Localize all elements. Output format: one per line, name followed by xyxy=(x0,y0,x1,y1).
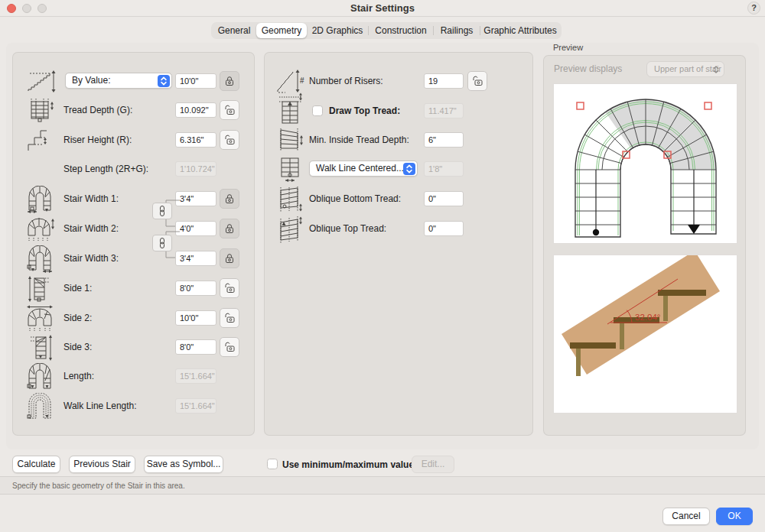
window-title: Stair Settings xyxy=(0,2,765,14)
oblique-top-tread-icon xyxy=(275,216,308,243)
stair-width-3-icon xyxy=(25,245,59,273)
field-row-min-inside-tread-depth: Min. Inside Tread Depth: 6" xyxy=(265,126,532,154)
field-row-riser-height: Riser Height (R): 6.316" xyxy=(13,126,254,154)
lock-open-icon xyxy=(223,104,236,116)
stair-width-1-label: Stair Width 1: xyxy=(63,185,119,212)
stair-width-2-label: Stair Width 2: xyxy=(63,215,119,242)
height-value-field[interactable]: 10'0" xyxy=(175,73,216,89)
walk-line-direction-arrow xyxy=(688,225,700,234)
tread-depth-lock-button[interactable] xyxy=(220,100,239,120)
previous-stair-button[interactable]: Previous Stair xyxy=(69,456,135,473)
save-as-symbol-button[interactable]: Save as Symbol... xyxy=(144,456,223,473)
stair-section-drawing: 32.04° xyxy=(554,255,737,413)
calculate-button[interactable]: Calculate xyxy=(12,456,60,473)
status-bar: Specify the basic geometry of the Stair … xyxy=(0,476,765,495)
cancel-button[interactable]: Cancel xyxy=(662,508,710,525)
number-of-risers-lock-button[interactable] xyxy=(467,71,487,91)
oblique-bottom-tread-field[interactable]: 0" xyxy=(424,191,464,206)
draw-top-tread-checkbox[interactable] xyxy=(312,105,323,116)
tab-graphic-attributes[interactable]: Graphic Attributes xyxy=(480,23,560,38)
preview-displays-label: Preview displays xyxy=(554,63,622,74)
field-row-stair-width-3: Stair Width 3: 3'4" xyxy=(13,245,254,272)
tab-general[interactable]: General xyxy=(212,23,256,38)
riser-height-icon xyxy=(25,127,59,153)
stair-width-1-field[interactable]: 3'4" xyxy=(175,191,216,206)
use-minmax-label: Use minimum/maximum values xyxy=(282,459,419,470)
min-inside-tread-depth-label: Min. Inside Tread Depth: xyxy=(309,126,409,154)
stair-width-3-label: Stair Width 3: xyxy=(63,245,119,272)
riser-height-lock-button[interactable] xyxy=(220,130,239,150)
field-row-side-3: Side 3: 8'0" xyxy=(13,333,254,361)
side-3-field[interactable]: 8'0" xyxy=(175,339,216,355)
min-inside-tread-depth-field[interactable]: 6" xyxy=(424,132,464,148)
draw-top-tread-label: Draw Top Tread: xyxy=(329,97,400,125)
oblique-top-tread-label: Oblique Top Tread: xyxy=(309,215,386,242)
stair-width-2-field[interactable]: 4'0" xyxy=(175,221,216,236)
field-row-oblique-bottom-tread: Oblique Bottom Tread: 0" xyxy=(265,185,532,212)
side-1-label: Side 1: xyxy=(63,274,92,302)
step-length-label: Step Length (2R+G): xyxy=(63,155,148,183)
side-2-field[interactable]: 10'0" xyxy=(175,310,216,326)
lock-open-icon xyxy=(471,75,483,87)
height-mode-popup-value: By Value: xyxy=(72,75,110,86)
number-of-risers-field[interactable]: 19 xyxy=(424,73,464,89)
help-button[interactable]: ? xyxy=(747,2,760,15)
popup-chevrons-icon xyxy=(158,75,170,87)
settings-tabbar: General Geometry 2D Graphics Constructio… xyxy=(211,22,562,39)
lock-open-icon xyxy=(223,282,236,294)
slope-angle-value: 32.04° xyxy=(635,313,660,322)
lock-closed-icon xyxy=(223,252,236,264)
walk-line-position-popup[interactable]: Walk Line Centered... xyxy=(309,161,418,177)
stair-width-1-lock-button[interactable] xyxy=(220,189,239,209)
walk-line-length-icon xyxy=(25,393,59,420)
number-of-risers-label: Number of Risers: xyxy=(309,67,383,95)
stair-width-3-lock-button[interactable] xyxy=(220,248,239,268)
tread-depth-icon xyxy=(25,97,59,123)
use-minmax-checkbox[interactable] xyxy=(267,459,278,469)
height-mode-popup[interactable]: By Value: xyxy=(65,73,172,89)
field-row-draw-top-tread: Draw Top Tread: 11.417" xyxy=(265,97,532,125)
field-row-stair-width-1: Stair Width 1: 3'4" xyxy=(13,185,254,212)
riser-height-field[interactable]: 6.316" xyxy=(175,132,216,148)
lock-closed-icon xyxy=(223,75,236,87)
side-1-icon xyxy=(25,275,59,303)
side-2-label: Side 2: xyxy=(63,304,92,332)
lock-open-icon xyxy=(223,341,236,353)
walk-line-length-field: 15'1.664" xyxy=(175,398,216,414)
stair-width-2-lock-button[interactable] xyxy=(220,219,239,238)
tab-2d-graphics[interactable]: 2D Graphics xyxy=(307,23,368,38)
field-row-tread-depth: Tread Depth (G): 10.092" xyxy=(13,96,254,124)
preview-plan-view[interactable] xyxy=(553,83,737,244)
tread-depth-label: Tread Depth (G): xyxy=(63,96,132,124)
preview-section-label: Preview xyxy=(553,43,583,52)
lock-closed-icon xyxy=(223,193,236,205)
walk-line-position-icon xyxy=(275,156,308,183)
geometry-values-panel: By Value: 10'0" xyxy=(12,52,255,436)
oblique-bottom-tread-icon xyxy=(275,186,308,213)
oblique-top-tread-field[interactable]: 0" xyxy=(424,221,464,236)
side-2-icon xyxy=(25,305,59,332)
top-tread-icon xyxy=(275,92,308,126)
popup-chevrons-icon xyxy=(403,163,415,175)
status-text: Specify the basic geometry of the Stair … xyxy=(12,482,185,490)
stair-plan-drawing xyxy=(554,84,737,243)
side-3-lock-button[interactable] xyxy=(220,337,239,357)
field-row-walk-line-position: Walk Line Centered... 1'8" xyxy=(265,155,532,183)
ok-button[interactable]: OK xyxy=(716,508,753,525)
side-1-field[interactable]: 8'0" xyxy=(175,281,216,296)
stair-width-3-field[interactable]: 3'4" xyxy=(175,251,216,266)
side-2-lock-button[interactable] xyxy=(220,308,239,328)
preview-displays-popup[interactable]: Upper part of stair xyxy=(646,61,724,77)
height-lock-button[interactable] xyxy=(220,71,239,91)
tab-railings[interactable]: Railings xyxy=(434,23,480,38)
tab-construction[interactable]: Construction xyxy=(369,23,433,38)
titlebar: Stair Settings ? xyxy=(0,0,765,17)
tread-depth-field[interactable]: 10.092" xyxy=(175,102,216,118)
side-1-lock-button[interactable] xyxy=(220,278,239,298)
lock-open-icon xyxy=(223,134,236,146)
preview-section-view[interactable]: 32.04° xyxy=(553,255,737,414)
preview-panel: Preview displays Upper part of stair xyxy=(543,55,746,436)
field-row-side-1: Side 1: 8'0" xyxy=(13,274,254,302)
stair-settings-dialog: Stair Settings ? General Geometry 2D Gra… xyxy=(0,0,765,532)
tab-geometry[interactable]: Geometry xyxy=(256,23,307,38)
